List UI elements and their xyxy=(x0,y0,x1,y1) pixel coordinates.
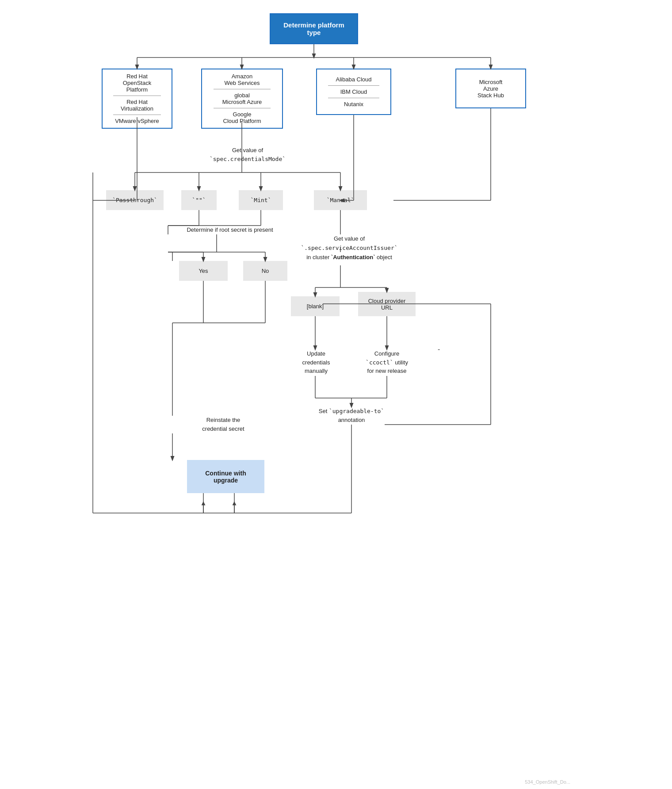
passthrough-node: `Passthrough` xyxy=(106,190,164,210)
continue-with-upgrade-node[interactable]: Continue with upgrade xyxy=(187,460,264,493)
watermark: 534_OpenShift_Do... xyxy=(525,779,570,785)
blank-node: [blank] xyxy=(291,296,340,316)
aws-item-2: globalMicrosoft Azure xyxy=(222,92,262,105)
left-platform-node: Red HatOpenStackPlatform Red HatVirtuali… xyxy=(102,69,172,129)
passthrough-label: `Passthrough` xyxy=(112,197,157,203)
alibaba-item-2: IBM Cloud xyxy=(340,88,367,95)
node-label: Determine platform type xyxy=(279,21,349,36)
mint-label: `Mint` xyxy=(251,197,271,203)
empty-label: `""` xyxy=(192,197,206,203)
continue-label: Continue with upgrade xyxy=(197,470,255,484)
cloud-provider-url-node: Cloud providerURL xyxy=(358,292,416,316)
no-label: No xyxy=(262,268,269,274)
yes-label: Yes xyxy=(199,268,208,274)
no-node: No xyxy=(243,261,287,281)
manual-node: `Manual` xyxy=(314,190,367,210)
azure-label: MicrosoftAzureStack Hub xyxy=(477,79,504,99)
platform-item-2: Red HatVirtualization xyxy=(121,99,153,112)
service-account-issuer-label: Get value of`.spec.serviceAccountIssuer`… xyxy=(287,234,411,262)
platform-item-3: VMware vSphere xyxy=(115,118,159,124)
alibaba-platform-node: Alibaba Cloud IBM Cloud Nutanix xyxy=(316,69,391,115)
aws-item-1: AmazonWeb Services xyxy=(225,73,260,86)
cloud-url-label: Cloud providerURL xyxy=(368,298,406,311)
update-credentials-label: Updatecredentialsmanually xyxy=(294,349,338,375)
credentials-mode-label: Get value of`spec.credentialsMode` xyxy=(186,146,309,163)
aws-item-3: GoogleCloud Platform xyxy=(223,111,261,124)
platform-item-1: Red HatOpenStackPlatform xyxy=(123,73,151,93)
reinstate-credential-label: Reinstate thecredential secret xyxy=(188,416,259,433)
configure-ccoctl-label: Configure`ccoctl` utilityfor new release xyxy=(358,349,416,375)
alibaba-item-1: Alibaba Cloud xyxy=(336,76,372,83)
set-annotation-label: Set `upgradeable-to`annotation xyxy=(316,407,387,424)
azure-platform-node: MicrosoftAzureStack Hub xyxy=(455,69,526,108)
manual-label: `Manual` xyxy=(327,197,355,203)
yes-node: Yes xyxy=(179,261,228,281)
empty-quotes-node: `""` xyxy=(181,190,217,210)
mint-node: `Mint` xyxy=(239,190,283,210)
root-secret-label: Determine if root secret is present xyxy=(179,226,281,234)
aws-platform-node: AmazonWeb Services globalMicrosoft Azure… xyxy=(201,69,283,129)
alibaba-item-3: Nutanix xyxy=(344,101,363,107)
blank-label: [blank] xyxy=(307,303,324,310)
determine-platform-type-node: Determine platform type xyxy=(270,13,358,44)
